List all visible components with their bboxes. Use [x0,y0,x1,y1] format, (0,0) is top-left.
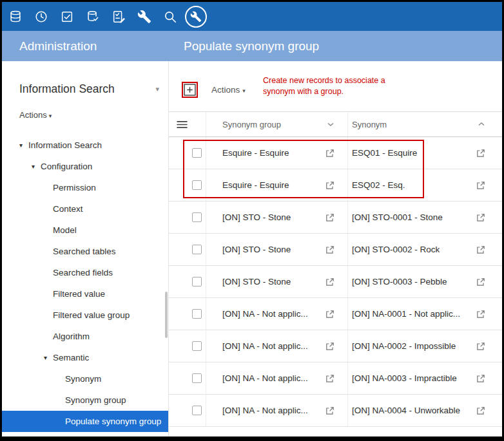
open-record-icon[interactable] [471,149,485,158]
sidebar-item-label: Searched fields [53,268,113,277]
actions-dropdown[interactable]: Actions▾ [211,85,246,95]
open-record-icon[interactable] [471,406,485,415]
open-record-icon[interactable] [320,181,334,190]
table-row: [ON] NA - Not applic... [ON] NA-0002 - I… [169,330,502,362]
row-checkbox[interactable] [192,148,202,158]
synonym-group-value: [ON] NA - Not applic... [222,406,308,415]
sidebar-item-model[interactable]: Model [2,220,168,241]
page-title: Populate synonym group [169,39,502,53]
row-checkbox[interactable] [192,373,202,383]
tree-caret-down-icon[interactable]: ▾ [32,163,41,170]
open-record-icon[interactable] [320,310,334,319]
open-record-icon[interactable] [320,342,334,351]
sidebar-item-synonym-group[interactable]: Synonym group [2,389,168,411]
synonym-value: [ON] STO-0001 - Stone [352,212,443,222]
open-record-icon[interactable] [320,245,334,254]
checkbox-cell [169,137,206,169]
column-header-synonym[interactable]: Synonym [348,112,502,136]
sidebar-item-searched-tables[interactable]: Searched tables [2,241,168,262]
row-checkbox[interactable] [192,212,202,222]
database-icon[interactable] [3,2,28,31]
synonym-group-value: Esquire - Esquire [222,180,289,190]
new-record-button[interactable] [184,84,196,96]
row-checkbox[interactable] [192,245,202,254]
row-checkbox[interactable] [192,277,202,286]
open-record-icon[interactable] [471,277,485,286]
open-record-icon[interactable] [471,181,485,190]
records-table: Synonym group Synonym Esqui [169,111,502,427]
sidebar-item-configuration[interactable]: ▾ Configuration [2,156,168,177]
synonym-cell: [ON] NA-0003 - Impractible [348,362,502,394]
table-row: [ON] NA - Not applic... [ON] NA-0004 - U… [169,395,502,427]
sidebar-scrollbar[interactable] [165,292,168,338]
checkbox-cell [169,362,206,394]
row-checkbox[interactable] [192,341,202,351]
table-menu-cell [169,112,206,136]
synonym-group-cell: [ON] NA - Not applic... [206,362,348,394]
clock-icon[interactable] [28,2,54,31]
row-checkbox[interactable] [192,406,202,415]
form-edit-icon[interactable] [106,2,131,31]
sidebar-item-information-search[interactable]: ▾ Information Search [2,135,168,156]
sidebar-item-searched-fields[interactable]: Searched fields [2,262,168,283]
checkbox-icon[interactable] [54,2,80,31]
sidebar-actions-dropdown[interactable]: Actions▾ [19,110,168,123]
open-record-icon[interactable] [320,277,334,286]
sidebar-item-filtered-value[interactable]: Filtered value [2,283,168,305]
search-icon[interactable] [157,2,183,31]
active-wrench-icon[interactable] [183,2,209,31]
synonym-group-value: [ON] NA - Not applic... [222,341,308,351]
sidebar-item-semantic[interactable]: ▾ Semantic [2,347,168,368]
sidebar-item-algorithm[interactable]: Algorithm [2,326,168,347]
sidebar-item-label: Semantic [53,353,89,362]
sidebar-item-synonym[interactable]: Synonym [2,368,168,389]
sidebar-item-label: Configuration [41,162,92,171]
open-record-icon[interactable] [320,213,334,222]
database-check-icon[interactable] [80,2,106,31]
tree-caret-down-icon[interactable]: ▾ [44,354,53,361]
synonym-cell: [ON] NA-0001 - Not applic... [348,298,502,330]
synonym-value: ESQ02 - Esq. [352,180,405,190]
sidebar-title: Information Search [19,82,115,96]
table-row: [ON] STO - Stone [ON] STO-0001 - Stone [169,202,502,234]
chevron-down-icon: ▾ [49,113,52,119]
sidebar-item-populate-synonym-group[interactable]: Populate synonym group [2,411,168,432]
synonym-cell: [ON] STO-0001 - Stone [348,202,502,233]
menu-icon[interactable] [177,120,188,129]
open-record-icon[interactable] [471,374,485,383]
add-button-annotation-box [182,82,198,98]
tree-caret-down-icon[interactable]: ▾ [19,142,28,149]
sidebar-item-label: Searched tables [53,247,116,256]
open-record-icon[interactable] [471,342,485,351]
column-header-synonym-group[interactable]: Synonym group [206,112,348,136]
open-record-icon[interactable] [320,406,334,415]
open-record-icon[interactable] [471,245,485,254]
row-checkbox[interactable] [192,309,202,319]
row-checkbox[interactable] [192,180,202,190]
sidebar-item-filtered-value-group[interactable]: Filtered value group [2,305,168,326]
open-record-icon[interactable] [320,374,334,383]
synonym-cell: [ON] NA-0004 - Unworkable [348,395,502,426]
open-record-icon[interactable] [471,310,485,319]
checkbox-cell [169,266,206,297]
sort-chevron-down-icon[interactable] [327,122,334,127]
synonym-group-value: [ON] NA - Not applic... [222,373,308,383]
synonym-value: [ON] NA-0003 - Impractible [352,373,457,383]
open-record-icon[interactable] [320,149,334,158]
synonym-value: [ON] STO-0002 - Rock [352,245,440,254]
checkbox-cell [169,202,206,233]
table-row: [ON] NA - Not applic... [ON] NA-0003 - I… [169,362,502,395]
wrench-icon[interactable] [131,2,157,31]
table-row: Esquire - Esquire ESQ01 - Esquire [169,137,502,169]
open-record-icon[interactable] [471,213,485,222]
sort-chevron-up-icon[interactable] [478,122,485,127]
table-row: Esquire - Esquire ESQ02 - Esq. [169,169,502,202]
synonym-value: ESQ01 - Esquire [352,148,417,158]
main-panel: Actions▾ Create new records to associate… [169,61,502,436]
sidebar-item-label: Algorithm [53,332,90,341]
sidebar-actions-label: Actions [19,110,47,120]
sidebar-item-context[interactable]: Context [2,198,168,220]
sidebar-item-permission[interactable]: Permission [2,177,168,198]
chevron-down-icon[interactable]: ▾ [155,85,159,93]
checkbox-cell [169,169,206,201]
